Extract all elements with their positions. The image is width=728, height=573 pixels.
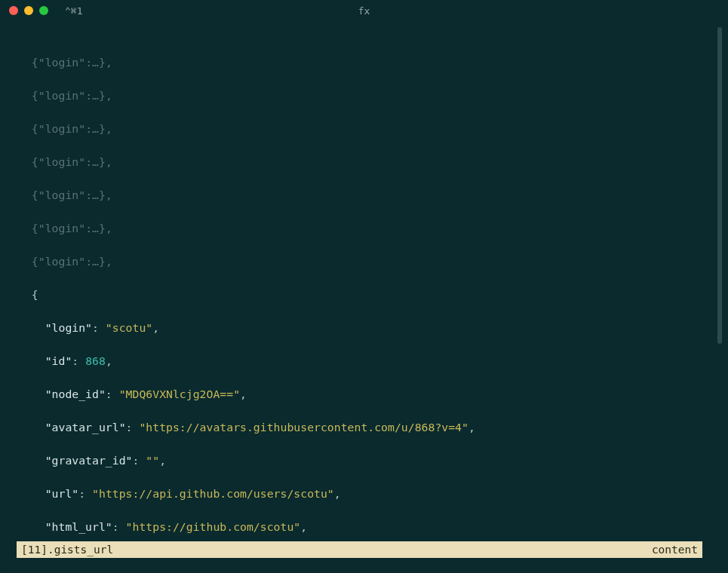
json-row-id[interactable]: "id": 868,	[18, 353, 717, 369]
collapsed-row[interactable]: {"login":…},	[18, 54, 717, 71]
status-bar: [11].gists_url content	[17, 541, 702, 558]
status-path: [11].gists_url	[21, 544, 113, 556]
json-row-html-url[interactable]: "html_url": "https://github.com/scotu",	[18, 519, 717, 535]
collapsed-row[interactable]: {"login":…},	[18, 154, 717, 170]
status-mode: content	[652, 544, 698, 556]
terminal-window: ⌃⌘1 fx {"login":…}, {"login":…}, {"login…	[0, 0, 728, 573]
json-row-url[interactable]: "url": "https://api.github.com/users/sco…	[18, 486, 717, 502]
window-title: fx	[358, 5, 370, 17]
object-open[interactable]: {	[18, 286, 717, 303]
minimize-icon[interactable]	[24, 6, 33, 15]
collapsed-row[interactable]: {"login":…},	[18, 187, 717, 204]
collapsed-row[interactable]: {"login":…},	[18, 121, 717, 137]
collapsed-row[interactable]: {"login":…},	[18, 220, 717, 237]
window-controls	[9, 6, 48, 15]
json-row-gravatar-id[interactable]: "gravatar_id": "",	[18, 452, 717, 469]
maximize-icon[interactable]	[39, 6, 48, 15]
json-row-node-id[interactable]: "node_id": "MDQ6VXNlcjg2OA==",	[18, 386, 717, 403]
collapsed-row[interactable]: {"login":…},	[18, 253, 717, 270]
collapsed-row[interactable]: {"login":…},	[18, 87, 717, 104]
json-row-login[interactable]: "login": "scotu",	[18, 320, 717, 336]
json-viewer-content[interactable]: {"login":…}, {"login":…}, {"login":…}, {…	[0, 24, 717, 550]
json-row-avatar-url[interactable]: "avatar_url": "https://avatars.githubuse…	[18, 419, 717, 436]
tab-label: ⌃⌘1	[65, 5, 82, 17]
titlebar: ⌃⌘1 fx	[0, 0, 728, 21]
scrollbar-thumb[interactable]	[717, 27, 722, 344]
close-icon[interactable]	[9, 6, 18, 15]
